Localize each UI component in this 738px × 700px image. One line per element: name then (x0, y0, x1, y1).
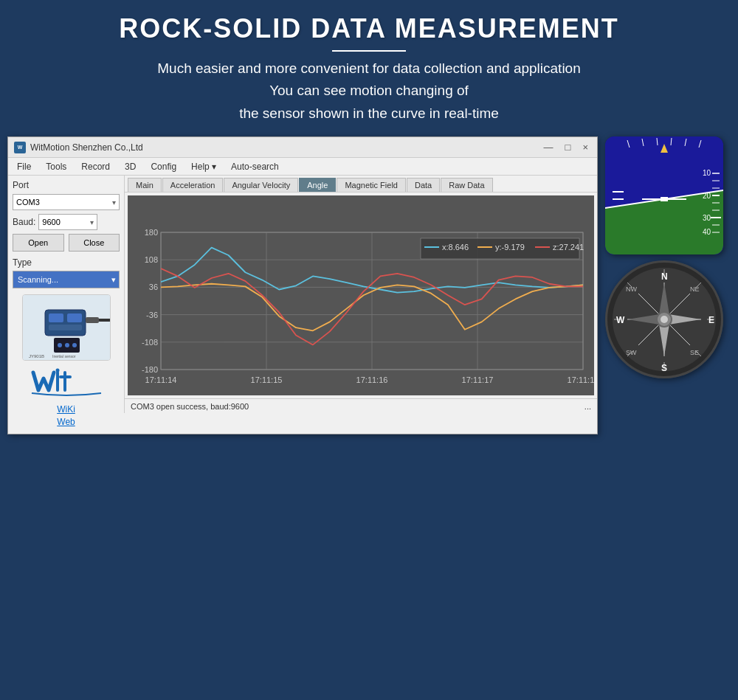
svg-rect-4 (49, 325, 82, 330)
minimize-button[interactable]: — (541, 142, 556, 153)
tab-magnetic-field[interactable]: Magnetic Field (337, 178, 406, 192)
close-button-sidebar[interactable]: Close (69, 234, 120, 252)
menu-record[interactable]: Record (75, 160, 116, 173)
svg-rect-5 (86, 317, 99, 323)
svg-rect-3 (67, 313, 82, 322)
status-bar: COM3 open success, baud:9600 ... (125, 398, 597, 413)
inclinometer: 10 20 30 40 (605, 136, 723, 254)
status-message: COM3 open success, baud:9600 (131, 402, 249, 411)
type-label: Type (13, 257, 120, 268)
window-title: WitMotion Shenzhen Co.,Ltd (30, 142, 143, 153)
web-link[interactable]: Web (13, 417, 120, 427)
menu-3d[interactable]: 3D (119, 160, 142, 173)
wit-window: W WitMotion Shenzhen Co.,Ltd — □ × File … (7, 136, 598, 434)
sidebar: Port COM3 Baud: 9600 Open Close (8, 176, 125, 413)
svg-text:S: S (661, 363, 667, 373)
svg-text:Inertial sensor: Inertial sensor (52, 354, 76, 358)
svg-point-8 (58, 343, 62, 347)
wit-logo-large (13, 367, 120, 398)
svg-text:10: 10 (703, 169, 711, 177)
right-panel: 10 20 30 40 (605, 136, 731, 434)
wiki-link[interactable]: WiKi (13, 404, 120, 415)
port-value: COM3 (16, 198, 40, 207)
main-chart (128, 195, 594, 395)
svg-rect-2 (49, 313, 63, 322)
compass-widget: N S E W NE NW SE SW (605, 260, 723, 378)
menu-tools[interactable]: Tools (40, 160, 72, 173)
svg-text:E: E (708, 315, 714, 325)
svg-rect-6 (99, 319, 110, 322)
titlebar-left: W WitMotion Shenzhen Co.,Ltd (14, 142, 143, 153)
svg-text:W: W (616, 315, 625, 325)
type-value: Scanning... (18, 275, 58, 284)
subtitle: Much easier and more convenient for data… (15, 58, 723, 125)
header-section: ROCK-SOLID DATA MEASUREMENT Much easier … (0, 0, 738, 134)
tab-data[interactable]: Data (407, 178, 440, 192)
wit-logo-small: W (14, 142, 26, 153)
type-dropdown[interactable]: Scanning... (13, 271, 120, 288)
window-titlebar: W WitMotion Shenzhen Co.,Ltd — □ × (8, 137, 597, 158)
port-value-row: COM3 (13, 194, 120, 210)
close-button[interactable]: × (579, 142, 591, 153)
svg-point-63 (661, 316, 668, 323)
menu-autosearch[interactable]: Auto-search (225, 160, 285, 173)
sidebar-links: WiKi Web (13, 404, 120, 427)
tab-angle[interactable]: Angle (299, 178, 336, 192)
app-area: W WitMotion Shenzhen Co.,Ltd — □ × File … (0, 136, 738, 434)
menu-bar: File Tools Record 3D Config Help ▾ Auto-… (8, 158, 597, 176)
port-label: Port (13, 180, 35, 190)
port-row: Port (13, 180, 120, 190)
main-title: ROCK-SOLID DATA MEASUREMENT (15, 13, 723, 44)
tab-main[interactable]: Main (128, 178, 162, 192)
menu-help[interactable]: Help ▾ (185, 160, 222, 173)
svg-point-10 (72, 343, 77, 347)
status-dots: ... (584, 402, 591, 411)
svg-text:SE: SE (690, 349, 699, 356)
baud-row: Baud: 9600 (13, 214, 120, 230)
chart-area: Main Acceleration Angular Velocity Angle… (125, 176, 597, 413)
tab-acceleration[interactable]: Acceleration (162, 178, 224, 192)
chart-container (128, 195, 594, 395)
port-dropdown[interactable]: COM3 (13, 194, 120, 210)
svg-text:SW: SW (626, 349, 637, 356)
svg-text:N: N (661, 271, 668, 282)
svg-text:NW: NW (626, 285, 637, 293)
svg-point-13 (55, 369, 59, 372)
baud-dropdown[interactable]: 9600 (38, 214, 97, 230)
svg-text:30: 30 (703, 214, 711, 222)
tabs-bar: Main Acceleration Angular Velocity Angle… (125, 176, 597, 193)
svg-point-9 (65, 343, 69, 347)
maximize-button[interactable]: □ (562, 142, 574, 153)
open-button[interactable]: Open (13, 234, 64, 252)
svg-text:40: 40 (703, 228, 711, 236)
menu-file[interactable]: File (11, 160, 37, 173)
titlebar-controls: — □ × (541, 142, 591, 153)
window-body: Port COM3 Baud: 9600 Open Close (8, 176, 597, 413)
baud-value: 9600 (42, 218, 60, 226)
tab-angular-velocity[interactable]: Angular Velocity (224, 178, 298, 192)
title-divider (332, 50, 406, 52)
svg-text:JY901B: JY901B (29, 354, 44, 358)
svg-rect-36 (661, 197, 668, 201)
menu-config[interactable]: Config (145, 160, 182, 173)
svg-text:20: 20 (703, 192, 711, 200)
svg-text:NE: NE (690, 285, 700, 293)
button-row: Open Close (13, 234, 120, 252)
tab-raw-data[interactable]: Raw Data (441, 178, 492, 192)
device-image: JY901B Inertial sensor (22, 294, 111, 361)
baud-label: Baud: (13, 217, 35, 227)
